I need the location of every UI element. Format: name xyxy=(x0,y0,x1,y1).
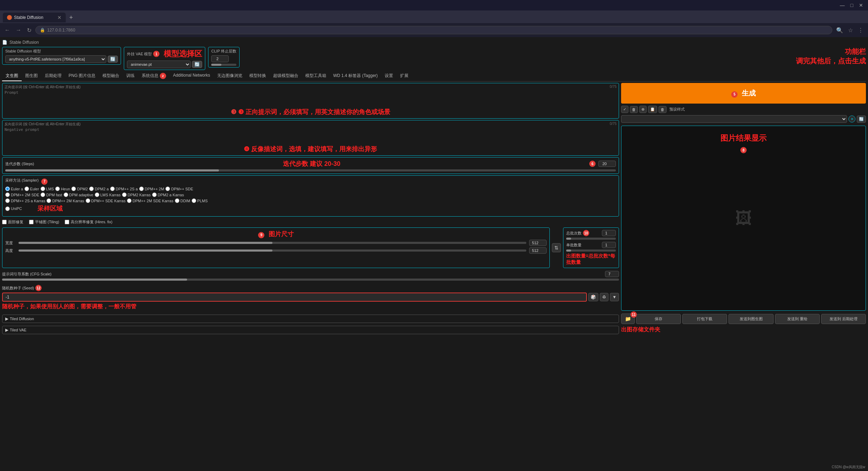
sampler-heun[interactable]: Heun xyxy=(55,187,70,191)
forward-button[interactable]: → xyxy=(14,26,23,34)
sampler-dpmfast[interactable]: DPM fast xyxy=(41,192,62,197)
cfg-slider[interactable] xyxy=(2,279,619,281)
close-button[interactable]: ✕ xyxy=(857,2,865,9)
maximize-button[interactable]: □ xyxy=(848,2,855,9)
negative-prompt-input[interactable] xyxy=(5,127,617,143)
new-tab-button[interactable]: + xyxy=(67,13,75,22)
positive-prompt-input[interactable] xyxy=(5,90,617,106)
preset-delete-button[interactable]: 🗑 xyxy=(659,106,667,113)
preset-copy-button[interactable]: 📋 xyxy=(648,106,657,113)
height-input[interactable] xyxy=(529,247,547,254)
sampler-dpmpp2m[interactable]: DPM++ 2M xyxy=(139,187,164,191)
tab-settings[interactable]: 设置 xyxy=(381,71,397,81)
single-batch-slider[interactable] xyxy=(566,249,616,252)
minimize-button[interactable]: — xyxy=(838,2,847,9)
batch-annotation: 出图数量=总批次数*每批数量 xyxy=(566,253,616,266)
sampler-dpmppsde[interactable]: DPM++ SDE xyxy=(165,187,193,191)
single-batch-input[interactable] xyxy=(602,242,616,248)
steps-slider[interactable] xyxy=(5,169,616,171)
refresh-button[interactable]: ↻ xyxy=(25,26,33,34)
tab-png-info[interactable]: PNG 图片信息 xyxy=(65,71,99,81)
cfg-input[interactable] xyxy=(605,271,619,277)
tab-system-info[interactable]: 系统信息 2 xyxy=(138,71,169,81)
tab-model-tools[interactable]: 模型工具箱 xyxy=(302,71,330,81)
sampler-euler-a[interactable]: Euler a xyxy=(5,187,23,191)
browser-menu-button[interactable]: ⋮ xyxy=(856,26,865,34)
generate-button[interactable]: 5 生成 xyxy=(621,83,866,104)
sampler-lmskarras[interactable]: LMS Karras xyxy=(95,192,121,197)
browser-tab[interactable]: Stable Diffusion ✕ xyxy=(3,13,66,22)
sampler-dpm2[interactable]: DPM2 xyxy=(71,187,88,191)
preset-trash-button[interactable]: 🗑 xyxy=(630,106,638,113)
sampler-dpmpp2sa[interactable]: DPM++ 2S a xyxy=(110,187,138,191)
swap-dimensions-button[interactable]: ⇅ xyxy=(552,243,561,252)
vae-model-label: 外挂 VAE 模型 xyxy=(127,51,152,57)
tab-wd-tagger[interactable]: WD 1.4 标签器 (Tagger) xyxy=(330,71,381,81)
save-button[interactable]: 保存 xyxy=(636,314,681,324)
page-header: 📄 Stable Diffusion xyxy=(2,39,866,47)
tab-postprocess[interactable]: 后期处理 xyxy=(41,71,65,81)
width-slider[interactable] xyxy=(19,242,526,244)
seed-random-button[interactable]: 🎲 xyxy=(588,293,598,301)
steps-input[interactable] xyxy=(598,161,616,167)
seed-input[interactable] xyxy=(2,293,587,302)
send-to-redraw-button[interactable]: 发送到 重绘 xyxy=(775,314,820,324)
preset-apply-button[interactable]: 🔄 xyxy=(857,115,866,123)
download-button[interactable]: 打包下载 xyxy=(682,314,727,324)
browser-search-button[interactable]: 🔍 xyxy=(834,26,845,34)
tab-close-button[interactable]: ✕ xyxy=(57,15,62,20)
sampler-dpmadaptive[interactable]: DPM adaptive xyxy=(64,192,93,197)
seed-recycle-button[interactable]: ♻ xyxy=(600,293,609,301)
checkbox-row: 面部修复 平铺图 (Tiling) 高分辨率修复 (Hires. fix) xyxy=(2,219,619,225)
sampler-euler[interactable]: Euler xyxy=(24,187,39,191)
vae-model-refresh-button[interactable]: 🔄 xyxy=(192,61,202,68)
sampler-lms[interactable]: LMS xyxy=(41,187,54,191)
height-slider[interactable] xyxy=(19,249,526,252)
tab-model-merge[interactable]: 模型融合 xyxy=(99,71,123,81)
sampler-dpmppsdekrrs[interactable]: DPM++ SDE Karras xyxy=(86,198,126,203)
sampler-dpm2karras[interactable]: DPM2 Karras xyxy=(122,192,151,197)
total-batch-input[interactable] xyxy=(602,230,616,236)
sd-model-select[interactable]: anything-v5-PrtRE.safetensors [7f96a1a9c… xyxy=(5,55,106,63)
sampler-ddim[interactable]: DDIM xyxy=(175,198,190,203)
tab-super-merge[interactable]: 超级模型融合 xyxy=(270,71,302,81)
folder-annotation: 出图存储文件夹 xyxy=(621,325,866,334)
clip-slider[interactable] xyxy=(211,64,236,66)
width-input[interactable] xyxy=(529,240,547,246)
sampler-dpm2a[interactable]: DPM2 a xyxy=(89,187,109,191)
sampler-plms[interactable]: PLMS xyxy=(192,198,208,203)
preset-dropdown-row: ✕ 🔄 xyxy=(621,115,866,123)
tab-extensions[interactable]: 扩展 xyxy=(397,71,412,81)
send-to-img2img-button[interactable]: 发送到图生图 xyxy=(728,314,773,324)
face-restore-checkbox[interactable]: 面部修复 xyxy=(2,219,23,225)
clip-input[interactable] xyxy=(211,55,229,62)
seed-options-button[interactable]: ▼ xyxy=(610,293,619,301)
preset-dropdown-refresh-button[interactable]: ✕ xyxy=(848,115,855,122)
tab-img2img[interactable]: 图生图 xyxy=(22,71,41,81)
tiled-vae-header[interactable]: ▶ Tiled VAE xyxy=(5,328,616,332)
send-to-postprocess-button[interactable]: 发送到 后期处理 xyxy=(821,314,866,324)
preset-dropdown[interactable] xyxy=(621,115,847,123)
preset-check-button[interactable]: ✓ xyxy=(621,106,628,113)
hires-fix-checkbox[interactable]: 高分辨率修复 (Hires. fix) xyxy=(65,219,112,225)
tab-image-browser[interactable]: 无边图像浏览 xyxy=(214,71,246,81)
tiling-checkbox[interactable]: 平铺图 (Tiling) xyxy=(29,219,59,225)
vae-model-select[interactable]: animevae.pt xyxy=(127,61,191,68)
address-text[interactable]: 127.0.0.1:7860 xyxy=(47,28,75,33)
sampler-dpmpp2msde[interactable]: DPM++ 2M SDE xyxy=(5,192,39,197)
preset-add-button[interactable]: ⊕ xyxy=(639,106,647,113)
browser-bookmark-button[interactable]: ☆ xyxy=(846,26,855,34)
tab-train[interactable]: 训练 xyxy=(123,71,138,81)
tab-model-convert[interactable]: 模型转换 xyxy=(246,71,270,81)
tab-additional-networks[interactable]: Additional Networks xyxy=(170,71,214,81)
sampler-dpmpp2mkarras[interactable]: DPM++ 2M Karras xyxy=(47,198,84,203)
back-button[interactable]: ← xyxy=(3,26,12,34)
sampler-dpm2akarras[interactable]: DPM2 a Karras xyxy=(152,192,184,197)
tiled-diffusion-header[interactable]: ▶ Tiled Diffusion xyxy=(5,316,616,321)
sampler-dpmpp2msdekarras[interactable]: DPM++ 2M SDE Karras xyxy=(127,198,173,203)
sampler-dpmpp2sakarras[interactable]: DPM++ 2S a Karras xyxy=(5,198,45,203)
tab-txt2img[interactable]: 文生图 xyxy=(2,71,22,81)
sd-model-refresh-button[interactable]: 🔄 xyxy=(108,56,118,63)
total-batch-slider[interactable] xyxy=(566,238,616,240)
sampler-unipc[interactable]: UniPC xyxy=(5,204,22,213)
